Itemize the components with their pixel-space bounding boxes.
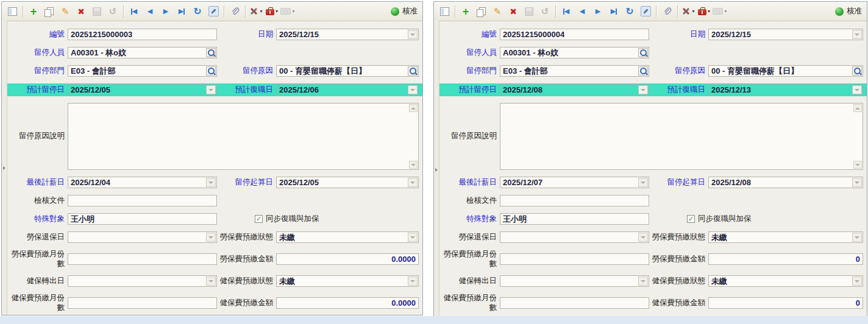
refresh-button[interactable]: ↻: [190, 4, 205, 19]
previous-record-button[interactable]: ◀: [575, 4, 589, 19]
reason-field[interactable]: 00 - 育嬰留職停薪【日】: [708, 65, 863, 77]
dropdown-button[interactable]: [408, 30, 418, 39]
check-doc-field[interactable]: [500, 195, 649, 206]
sync-checkbox[interactable]: ✓: [255, 215, 263, 223]
add-button[interactable]: +: [26, 4, 41, 19]
labor-withdraw-date-field[interactable]: [500, 231, 649, 243]
last-record-button[interactable]: ▶: [607, 4, 621, 19]
search-button[interactable]: [638, 66, 648, 76]
toolbox-menu-button[interactable]: ▾: [697, 4, 711, 19]
next-record-button[interactable]: ▶: [158, 4, 173, 19]
health-transfer-date-field[interactable]: [68, 275, 217, 287]
dropdown-button[interactable]: [852, 85, 862, 94]
previous-record-button[interactable]: ◀: [143, 4, 157, 19]
planned-leave-date-field[interactable]: 2025/12/05: [68, 84, 217, 96]
last-record-button[interactable]: ▶: [174, 4, 189, 19]
dept-field[interactable]: E03 - 會計部: [68, 65, 217, 77]
planned-return-date-field[interactable]: 2025/12/06: [276, 84, 419, 96]
dropdown-button[interactable]: [638, 233, 648, 242]
health-months-field[interactable]: [500, 297, 649, 309]
record-no-field[interactable]: 20251215000003: [68, 29, 217, 40]
search-button[interactable]: [408, 66, 418, 76]
planned-return-date-field[interactable]: 2025/12/13: [708, 84, 863, 96]
health-amount-field[interactable]: 0: [708, 297, 863, 309]
detail-view-button[interactable]: [5, 4, 20, 19]
first-record-button[interactable]: ◀: [559, 4, 574, 19]
detail-view-button[interactable]: [437, 4, 452, 19]
labor-months-field[interactable]: [500, 253, 649, 265]
edit-button[interactable]: ✎: [58, 4, 73, 19]
person-field[interactable]: A00301 - 林o妏: [500, 47, 649, 58]
dropdown-button[interactable]: [408, 178, 418, 187]
collapse-splitter[interactable]: [434, 21, 439, 319]
dropdown-button[interactable]: [852, 276, 862, 286]
tools-menu-button[interactable]: ▾: [249, 4, 263, 19]
scroll-up-button[interactable]: [409, 104, 418, 112]
dropdown-button[interactable]: [638, 178, 648, 187]
scroll-down-button[interactable]: [409, 161, 418, 169]
search-button[interactable]: [206, 66, 216, 76]
copy-button[interactable]: [474, 4, 489, 19]
toolbox-menu-button[interactable]: ▾: [265, 4, 279, 19]
dropdown-button[interactable]: [638, 276, 648, 286]
dropdown-button[interactable]: [206, 233, 216, 242]
dropdown-button[interactable]: [408, 233, 418, 242]
search-button[interactable]: [638, 48, 648, 57]
last-pay-date-field[interactable]: 2025/12/04: [68, 177, 217, 188]
next-record-button[interactable]: ▶: [591, 4, 605, 19]
advanced-search-button[interactable]: [206, 4, 221, 19]
health-months-field[interactable]: [68, 297, 217, 309]
record-no-field[interactable]: 20251215000004: [500, 29, 649, 40]
scroll-down-button[interactable]: [853, 161, 862, 169]
dropdown-button[interactable]: [852, 233, 862, 242]
leave-start-date-field[interactable]: 2025/12/08: [708, 177, 863, 188]
health-status-field[interactable]: 未繳: [276, 275, 419, 287]
dept-field[interactable]: E03 - 會計部: [500, 65, 649, 77]
planned-leave-date-field[interactable]: 2025/12/08: [500, 84, 649, 96]
dropdown-button[interactable]: [852, 178, 862, 187]
sync-checkbox[interactable]: ✓: [687, 215, 695, 223]
attachment-button[interactable]: [660, 4, 674, 19]
labor-withdraw-date-field[interactable]: [68, 231, 217, 243]
reason-field[interactable]: 00 - 育嬰留職停薪【日】: [276, 65, 419, 77]
health-amount-field[interactable]: 0.0000: [276, 297, 419, 309]
search-button[interactable]: [852, 66, 862, 76]
labor-amount-field[interactable]: 0: [708, 253, 863, 265]
labor-months-field[interactable]: [68, 253, 217, 265]
dropdown-button[interactable]: [408, 276, 418, 286]
check-doc-field[interactable]: [68, 195, 217, 206]
tools-menu-button[interactable]: ▾: [681, 4, 695, 19]
special-target-field[interactable]: 王小明: [500, 213, 649, 225]
advanced-search-button[interactable]: [638, 4, 653, 19]
reason-desc-textarea[interactable]: [68, 103, 419, 170]
dropdown-button[interactable]: [408, 85, 418, 94]
edit-button[interactable]: ✎: [490, 4, 505, 19]
date-field[interactable]: 2025/12/15: [708, 29, 863, 40]
copy-button[interactable]: [42, 4, 57, 19]
delete-button[interactable]: ✖: [74, 4, 88, 19]
collapse-splitter[interactable]: [2, 21, 7, 315]
dropdown-button[interactable]: [206, 85, 216, 94]
delete-button[interactable]: ✖: [506, 4, 521, 19]
dropdown-button[interactable]: [206, 276, 216, 286]
dropdown-button[interactable]: [206, 178, 216, 187]
add-button[interactable]: +: [458, 4, 473, 19]
date-field[interactable]: 2025/12/15: [276, 29, 419, 40]
first-record-button[interactable]: ◀: [127, 4, 141, 19]
labor-status-field[interactable]: 未繳: [708, 231, 863, 243]
refresh-button[interactable]: ↻: [622, 4, 637, 19]
labor-amount-field[interactable]: 0.0000: [276, 253, 419, 265]
reason-desc-textarea[interactable]: [500, 103, 863, 170]
attachment-button[interactable]: [227, 4, 242, 19]
special-target-field[interactable]: 王小明: [68, 213, 217, 225]
health-status-field[interactable]: 未繳: [708, 275, 863, 287]
labor-status-field[interactable]: 未繳: [276, 231, 419, 243]
health-transfer-date-field[interactable]: [500, 275, 649, 287]
scroll-up-button[interactable]: [853, 104, 862, 112]
last-pay-date-field[interactable]: 2025/12/07: [500, 177, 649, 188]
leave-start-date-field[interactable]: 2025/12/05: [276, 177, 419, 188]
dropdown-button[interactable]: [852, 30, 862, 39]
search-button[interactable]: [206, 48, 216, 57]
person-field[interactable]: A00301 - 林o妏: [68, 47, 217, 58]
dropdown-button[interactable]: [638, 85, 648, 94]
